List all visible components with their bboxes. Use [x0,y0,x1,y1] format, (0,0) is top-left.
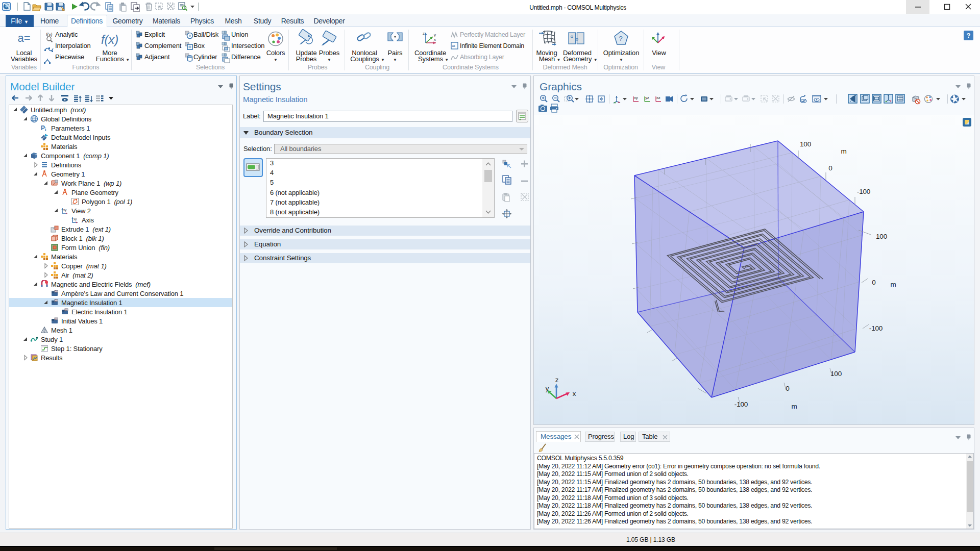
svg-text:0: 0 [828,164,832,172]
svg-text:P: P [41,124,45,132]
svg-text:0: 0 [872,279,875,286]
svg-text:m: m [890,281,896,288]
svg-text:xy: xy [63,208,67,212]
svg-text:100: 100 [800,140,811,148]
svg-text:100: 100 [830,370,842,378]
svg-text:-100: -100 [734,400,748,408]
svg-text:x: x [573,390,576,397]
svg-text:yz: yz [645,95,649,100]
svg-text:y: y [546,385,549,392]
svg-text:-100: -100 [869,324,883,332]
svg-text:xz: xz [656,95,660,100]
svg-text:0: 0 [786,385,789,392]
svg-text:xy: xy [634,95,638,100]
svg-text:100: 100 [876,233,887,240]
svg-text:i: i [45,127,46,132]
svg-text:-100: -100 [857,188,870,195]
svg-text:m: m [841,147,846,155]
svg-text:z: z [555,376,558,384]
svg-text:m: m [791,403,797,410]
svg-text:xy: xy [74,217,77,221]
